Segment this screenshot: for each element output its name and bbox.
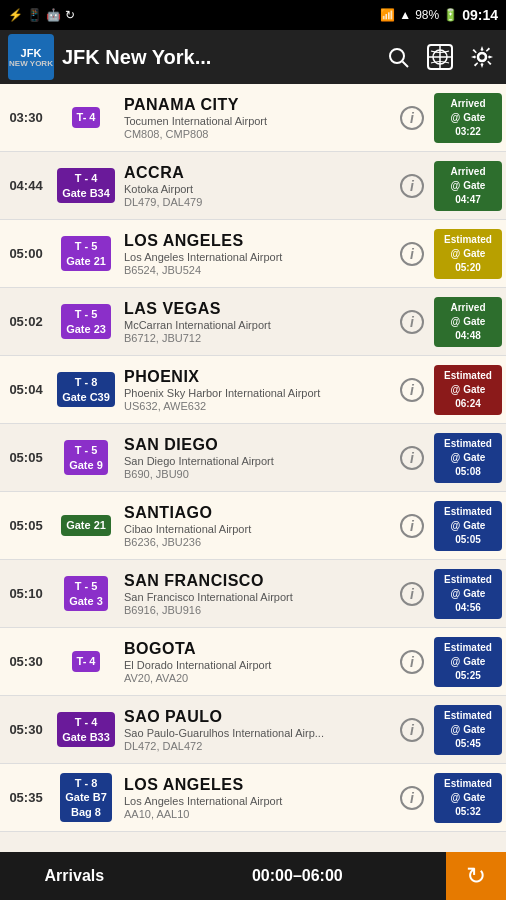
status-col: Arrived@ Gate03:22 [430,84,506,151]
gate-col: T - 8Gate B7Bag 8 [52,764,120,831]
airport-name: Sao Paulo-Guarulhos International Airp..… [124,727,390,739]
gate-col: T - 4Gate B33 [52,696,120,763]
airport-name: Los Angeles International Airport [124,251,390,263]
flight-info: SANTIAGO Cibao International Airport B62… [120,492,394,559]
signal-icon: ▲ [399,8,411,22]
city-name: LAS VEGAS [124,300,390,318]
airport-name: San Diego International Airport [124,455,390,467]
flight-codes: US632, AWE632 [124,400,390,412]
gate-col: T- 4 [52,84,120,151]
flight-codes: B6916, JBU916 [124,604,390,616]
info-icon-col: i [394,152,430,219]
city-name: PANAMA CITY [124,96,390,114]
gate-badge: T - 4Gate B34 [57,168,115,203]
bottom-time-range: 00:00–06:00 [149,867,446,885]
refresh-button[interactable]: ↻ [446,852,506,900]
flight-time: 05:30 [0,628,52,695]
info-button[interactable]: i [400,718,424,742]
city-name: LOS ANGELES [124,776,390,794]
gate-col: T - 5Gate 21 [52,220,120,287]
status-badge: Arrived@ Gate04:47 [434,161,502,211]
header-title: JFK New York... [62,46,374,69]
status-col: Estimated@ Gate04:56 [430,560,506,627]
flight-row: 03:30 T- 4 PANAMA CITY Tocumen Internati… [0,84,506,152]
status-col: Estimated@ Gate05:20 [430,220,506,287]
gate-badge: T- 4 [72,107,101,127]
info-icon-col: i [394,356,430,423]
battery-percent: 98% [415,8,439,22]
flight-codes: B6236, JBU236 [124,536,390,548]
info-button[interactable]: i [400,242,424,266]
info-button[interactable]: i [400,106,424,130]
flight-info: PHOENIX Phoenix Sky Harbor International… [120,356,394,423]
search-button[interactable] [382,41,414,73]
status-col: Estimated@ Gate06:24 [430,356,506,423]
gate-badge: T - 5Gate 23 [61,304,111,339]
flight-time: 05:35 [0,764,52,831]
status-time: 09:14 [462,7,498,23]
gate-col: T - 8Gate C39 [52,356,120,423]
svg-point-7 [478,53,486,61]
settings-button[interactable] [466,41,498,73]
city-name: BOGOTA [124,640,390,658]
flight-codes: B6524, JBU524 [124,264,390,276]
status-badge: Estimated@ Gate05:25 [434,637,502,687]
city-name: ACCRA [124,164,390,182]
status-col: Estimated@ Gate05:32 [430,764,506,831]
usb-icon: ⚡ [8,8,23,22]
status-col: Arrived@ Gate04:48 [430,288,506,355]
info-icon-col: i [394,560,430,627]
info-button[interactable]: i [400,174,424,198]
flight-row: 05:00 T - 5Gate 21 LOS ANGELES Los Angel… [0,220,506,288]
info-button[interactable]: i [400,650,424,674]
airport-code: JFK [21,47,42,59]
flight-info: PANAMA CITY Tocumen International Airpor… [120,84,394,151]
info-button[interactable]: i [400,310,424,334]
flight-row: 05:35 T - 8Gate B7Bag 8 LOS ANGELES Los … [0,764,506,832]
status-badge: Estimated@ Gate05:32 [434,773,502,823]
flight-info: LOS ANGELES Los Angeles International Ai… [120,220,394,287]
airport-location: NEW YORK [9,59,53,68]
refresh-status-icon: ↻ [65,8,75,22]
airport-name: Tocumen International Airport [124,115,390,127]
city-name: SAN FRANCISCO [124,572,390,590]
refresh-icon: ↻ [466,862,486,890]
flight-codes: DL472, DAL472 [124,740,390,752]
airport-name: El Dorado International Airport [124,659,390,671]
info-button[interactable]: i [400,514,424,538]
city-name: SAN DIEGO [124,436,390,454]
flight-codes: DL479, DAL479 [124,196,390,208]
status-col: Estimated@ Gate05:08 [430,424,506,491]
gate-col: Gate 21 [52,492,120,559]
flight-row: 04:44 T - 4Gate B34 ACCRA Kotoka Airport… [0,152,506,220]
city-name: PHOENIX [124,368,390,386]
flight-info: SAN FRANCISCO San Francisco Internationa… [120,560,394,627]
gate-badge: T - 5Gate 9 [64,440,108,475]
bottom-arrivals-label: Arrivals [0,867,149,885]
flight-row: 05:02 T - 5Gate 23 LAS VEGAS McCarran In… [0,288,506,356]
flight-time: 05:02 [0,288,52,355]
status-badge: Estimated@ Gate04:56 [434,569,502,619]
gate-badge: T - 8Gate B7Bag 8 [60,773,112,822]
airport-name: Phoenix Sky Harbor International Airport [124,387,390,399]
gate-col: T - 5Gate 3 [52,560,120,627]
status-badge: Estimated@ Gate05:45 [434,705,502,755]
gate-col: T - 4Gate B34 [52,152,120,219]
status-badge: Arrived@ Gate04:48 [434,297,502,347]
flight-time: 05:30 [0,696,52,763]
status-right-icons: 📶 ▲ 98% 🔋 09:14 [380,7,498,23]
flight-codes: AV20, AVA20 [124,672,390,684]
flight-row: 05:04 T - 8Gate C39 PHOENIX Phoenix Sky … [0,356,506,424]
status-bar: ⚡ 📱 🤖 ↻ 📶 ▲ 98% 🔋 09:14 [0,0,506,30]
gate-badge: Gate 21 [61,515,111,535]
flight-codes: AA10, AAL10 [124,808,390,820]
info-button[interactable]: i [400,446,424,470]
info-button[interactable]: i [400,378,424,402]
map-button[interactable] [424,41,456,73]
flight-info: LOS ANGELES Los Angeles International Ai… [120,764,394,831]
status-badge: Estimated@ Gate05:20 [434,229,502,279]
app-header: JFK NEW YORK JFK New York... [0,30,506,84]
info-icon-col: i [394,288,430,355]
info-button[interactable]: i [400,582,424,606]
info-button[interactable]: i [400,786,424,810]
